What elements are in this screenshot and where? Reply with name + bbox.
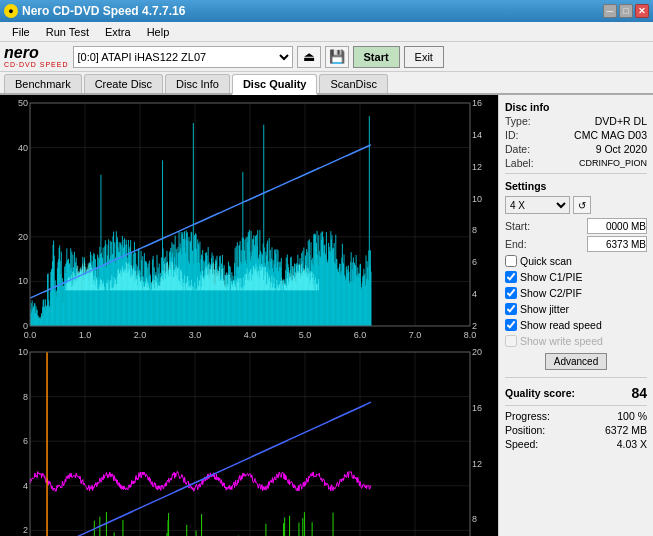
quality-score-row: Quality score: 84 [505,385,647,401]
disc-id-value: CMC MAG D03 [574,129,647,141]
tab-discinfo[interactable]: Disc Info [165,74,230,93]
end-mb-input[interactable] [587,236,647,252]
speed-select[interactable]: 4 X Maximum 1 X 2 X 8 X [505,196,570,214]
advanced-button[interactable]: Advanced [545,353,607,370]
tab-createdisc[interactable]: Create Disc [84,74,163,93]
top-chart [0,95,498,344]
show-c1pie-checkbox[interactable] [505,271,517,283]
settings-title: Settings [505,180,647,192]
drive-select[interactable]: [0:0] ATAPI iHAS122 ZL07 [73,46,293,68]
start-button[interactable]: Start [353,46,400,68]
divider1 [505,173,647,174]
save-button[interactable]: 💾 [325,46,349,68]
disc-type-label: Type: [505,115,531,127]
speed-row2: Speed: 4.03 X [505,438,647,450]
show-jitter-label: Show jitter [520,303,569,315]
speed-label: Speed: [505,438,538,450]
speed-value: 4.03 X [617,438,647,450]
disc-id-label: ID: [505,129,518,141]
tab-benchmark[interactable]: Benchmark [4,74,82,93]
divider2 [505,377,647,378]
tabs: Benchmark Create Disc Disc Info Disc Qua… [0,72,653,95]
position-value: 6372 MB [605,424,647,436]
quick-scan-label: Quick scan [520,255,572,267]
show-c1pie-label: Show C1/PIE [520,271,582,283]
speed-row: 4 X Maximum 1 X 2 X 8 X ↺ [505,196,647,214]
show-c2pif-label: Show C2/PIF [520,287,582,299]
progress-value: 100 % [617,410,647,422]
eject-button[interactable]: ⏏ [297,46,321,68]
window-title: Nero CD-DVD Speed 4.7.7.16 [22,4,185,18]
tab-discquality[interactable]: Disc Quality [232,74,318,95]
content-area: Disc info Type: DVD+R DL ID: CMC MAG D03… [0,95,653,536]
menu-bar: File Run Test Extra Help [0,22,653,42]
show-writespeed-label: Show write speed [520,335,603,347]
quick-scan-checkbox[interactable] [505,255,517,267]
disc-label-row: Label: CDRINFO_PION [505,157,647,169]
maximize-button[interactable]: □ [619,4,633,18]
show-c1pie-row: Show C1/PIE [505,271,647,283]
title-bar: ● Nero CD-DVD Speed 4.7.7.16 ─ □ ✕ [0,0,653,22]
start-mb-label: Start: [505,220,530,232]
disc-date-value: 9 Oct 2020 [596,143,647,155]
charts-area [0,95,498,536]
disc-type-value: DVD+R DL [595,115,647,127]
show-c2pif-checkbox[interactable] [505,287,517,299]
menu-file[interactable]: File [4,24,38,40]
end-mb-row: End: [505,236,647,252]
disc-type-row: Type: DVD+R DL [505,115,647,127]
menu-extra[interactable]: Extra [97,24,139,40]
refresh-button[interactable]: ↺ [573,196,591,214]
quality-score-value: 84 [631,385,647,401]
menu-help[interactable]: Help [139,24,178,40]
logo: nero CD·DVD SPEED [4,45,69,68]
end-mb-label: End: [505,238,527,250]
bottom-chart [0,344,498,536]
divider3 [505,405,647,406]
start-mb-row: Start: [505,218,647,234]
minimize-button[interactable]: ─ [603,4,617,18]
progress-label: Progress: [505,410,550,422]
position-row: Position: 6372 MB [505,424,647,436]
show-jitter-row: Show jitter [505,303,647,315]
app-icon: ● [4,4,18,18]
show-c2pif-row: Show C2/PIF [505,287,647,299]
show-readspeed-row: Show read speed [505,319,647,331]
show-writespeed-checkbox[interactable] [505,335,517,347]
start-mb-input[interactable] [587,218,647,234]
toolbar: nero CD·DVD SPEED [0:0] ATAPI iHAS122 ZL… [0,42,653,72]
disc-date-label: Date: [505,143,530,155]
menu-runtest[interactable]: Run Test [38,24,97,40]
quality-score-label: Quality score: [505,387,575,399]
position-label: Position: [505,424,545,436]
disc-date-row: Date: 9 Oct 2020 [505,143,647,155]
show-readspeed-checkbox[interactable] [505,319,517,331]
tab-scandisc[interactable]: ScanDisc [319,74,387,93]
disc-id-row: ID: CMC MAG D03 [505,129,647,141]
show-readspeed-label: Show read speed [520,319,602,331]
show-writespeed-row: Show write speed [505,335,647,347]
exit-button[interactable]: Exit [404,46,444,68]
quick-scan-row: Quick scan [505,255,647,267]
progress-row: Progress: 100 % [505,410,647,422]
show-jitter-checkbox[interactable] [505,303,517,315]
disc-label-value: CDRINFO_PION [579,158,647,168]
disc-label-label: Label: [505,157,534,169]
disc-info-title: Disc info [505,101,647,113]
info-panel: Disc info Type: DVD+R DL ID: CMC MAG D03… [498,95,653,536]
close-button[interactable]: ✕ [635,4,649,18]
